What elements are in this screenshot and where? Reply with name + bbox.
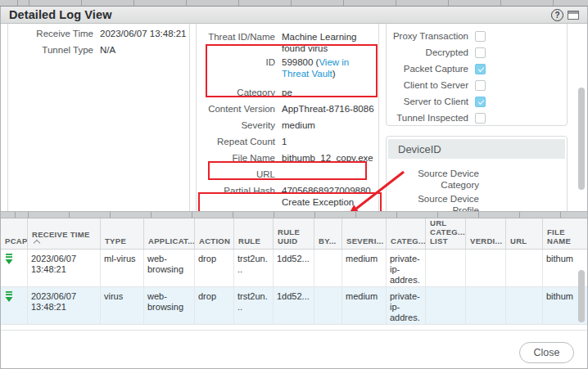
field-value: 47056868927009880... Create Exception bbox=[275, 182, 380, 208]
flag-row: Proxy Transaction bbox=[387, 28, 567, 44]
field-value: bithumb_12_copy.exe bbox=[275, 150, 378, 164]
field-value: N/A bbox=[93, 42, 189, 56]
field-row: Tunnel Type N/A bbox=[8, 42, 189, 58]
cell-url-category-list bbox=[426, 250, 466, 286]
field-row: Receive Time 2023/06/07 13:48:21 bbox=[8, 25, 189, 42]
col-header-file-name[interactable]: FILE NAME bbox=[543, 218, 588, 249]
field-label: Receive Time bbox=[8, 25, 93, 39]
dialog-footer: Close bbox=[1, 330, 587, 368]
cell-severity: medium bbox=[342, 250, 387, 286]
pcap-download-icon[interactable] bbox=[4, 291, 14, 303]
deviceid-panel: DeviceID Source Device Category Source D… bbox=[386, 136, 568, 211]
detailed-log-view-dialog: Detailed Log View ? Receive Time 2023/06… bbox=[0, 0, 588, 369]
field-row-id: ID 599800 (View in Threat Vault) bbox=[197, 54, 378, 79]
col-header-pcap[interactable]: PCAP bbox=[1, 218, 28, 249]
general-panel: Receive Time 2023/06/07 13:48:21 Tunnel … bbox=[7, 24, 190, 211]
horizontal-scrollbar[interactable] bbox=[1, 211, 587, 218]
cell-rule: trst2un... bbox=[234, 250, 274, 286]
field-value: 1 bbox=[275, 133, 378, 147]
cell-action: drop bbox=[195, 250, 234, 286]
col-header-severity[interactable]: SEVERI... bbox=[342, 218, 387, 249]
checkbox-label: Packet Capture bbox=[404, 64, 468, 74]
field-label: File Name bbox=[197, 150, 275, 164]
dialog: Detailed Log View ? Receive Time 2023/06… bbox=[0, 7, 588, 369]
field-row-severity: Severity medium bbox=[197, 117, 378, 133]
window-icon[interactable] bbox=[568, 11, 579, 20]
threat-details-panel: Threat ID/Name Machine Learning found vi… bbox=[196, 24, 379, 211]
table-header-row: PCAP RECEIVE TIME TYPE APPLICAT... ACTIO… bbox=[1, 218, 587, 250]
col-header-action[interactable]: ACTION bbox=[195, 218, 234, 249]
flags-panel: Proxy Transaction Decrypted Packet Captu… bbox=[386, 24, 568, 126]
table-scrollbar-thumb[interactable] bbox=[578, 270, 585, 322]
field-label: Threat ID/Name bbox=[197, 29, 275, 43]
flag-row: Client to Server bbox=[387, 77, 567, 93]
cell-category: private-ip-addres... bbox=[387, 287, 426, 324]
field-label: Category bbox=[197, 84, 275, 98]
detail-scrollbar-thumb[interactable] bbox=[578, 88, 585, 190]
field-row-repeat-count: Repeat Count 1 bbox=[197, 133, 378, 150]
field-value: medium bbox=[275, 117, 378, 131]
col-header-bytes[interactable]: BY... bbox=[314, 218, 342, 249]
titlebar-icons: ? bbox=[551, 9, 579, 21]
field-row: Source Device Profile bbox=[387, 191, 567, 211]
cell-url bbox=[506, 287, 543, 324]
cell-bytes bbox=[314, 250, 342, 286]
field-label: Repeat Count bbox=[197, 133, 275, 147]
decrypted-checkbox[interactable] bbox=[475, 47, 486, 58]
pcap-download-icon[interactable] bbox=[4, 254, 14, 265]
col-header-category[interactable]: CATEG... bbox=[387, 218, 426, 249]
col-header-type[interactable]: TYPE bbox=[101, 218, 144, 249]
flag-row: Tunnel Inspected bbox=[387, 110, 567, 126]
cell-verdict bbox=[466, 250, 506, 286]
flag-row: Packet Capture bbox=[387, 61, 567, 77]
help-icon[interactable]: ? bbox=[551, 9, 563, 21]
id-value-prefix: 599800 ( bbox=[282, 57, 319, 67]
field-label: URL bbox=[197, 166, 275, 180]
field-value: 2023/06/07 13:48:21 bbox=[93, 25, 189, 39]
table-row[interactable]: 2023/06/07 13:48:21 virus web-browsing d… bbox=[1, 287, 587, 325]
flag-row: Decrypted bbox=[387, 44, 567, 61]
checkbox-label: Decrypted bbox=[426, 47, 468, 57]
cell-severity: medium bbox=[342, 287, 387, 324]
client-to-server-checkbox[interactable] bbox=[475, 80, 486, 91]
field-label: ID bbox=[197, 54, 275, 68]
checkbox-label: Client to Server bbox=[404, 80, 468, 90]
field-label: Tunnel Type bbox=[8, 42, 93, 56]
flag-row: Server to Client bbox=[387, 93, 567, 110]
field-label: Partial Hash bbox=[197, 182, 275, 196]
create-exception-text[interactable]: Create Exception bbox=[282, 196, 378, 208]
cell-receive-time: 2023/06/07 13:48:21 bbox=[28, 250, 101, 286]
col-header-verdict[interactable]: VERDI... bbox=[466, 218, 506, 249]
cell-bytes bbox=[314, 287, 342, 324]
dialog-title: Detailed Log View bbox=[9, 8, 112, 21]
proxy-transaction-checkbox[interactable] bbox=[475, 31, 486, 42]
cell-url bbox=[506, 250, 543, 286]
col-header-rule-uuid[interactable]: RULE UUID bbox=[274, 218, 314, 249]
field-row-partial-hash: Partial Hash 47056868927009880... Create… bbox=[197, 182, 378, 208]
col-header-rule[interactable]: RULE bbox=[234, 218, 274, 249]
deviceid-section-header: DeviceID bbox=[388, 139, 565, 159]
col-header-url-category-list[interactable]: URL CATEG... LIST bbox=[426, 218, 466, 249]
close-button[interactable]: Close bbox=[519, 342, 574, 363]
field-row-content-version: Content Version AppThreat-8716-8086 bbox=[197, 101, 378, 117]
field-label: Source Device Category bbox=[405, 165, 479, 191]
col-header-url[interactable]: URL bbox=[506, 218, 543, 249]
field-label: Content Version bbox=[197, 101, 275, 115]
checkbox-label: Tunnel Inspected bbox=[396, 113, 468, 123]
partial-hash-value: 47056868927009880... bbox=[282, 185, 378, 196]
col-header-application[interactable]: APPLICAT... bbox=[144, 218, 195, 249]
sort-asc-icon bbox=[34, 240, 40, 246]
field-row-file-name: File Name bithumb_12_copy.exe bbox=[197, 150, 378, 166]
packet-capture-checkbox[interactable] bbox=[475, 64, 486, 74]
col-header-receive-time[interactable]: RECEIVE TIME bbox=[28, 218, 101, 249]
pcap-cell bbox=[1, 250, 28, 286]
tunnel-inspected-checkbox[interactable] bbox=[475, 113, 486, 124]
cell-verdict bbox=[466, 287, 506, 324]
field-value: 599800 (View in Threat Vault) bbox=[275, 54, 378, 79]
field-label: Source Device Profile bbox=[405, 191, 479, 211]
cell-receive-time: 2023/06/07 13:48:21 bbox=[28, 287, 101, 324]
cell-rule-uuid: 1dd52... bbox=[274, 250, 314, 286]
server-to-client-checkbox[interactable] bbox=[475, 97, 486, 107]
checkbox-label: Proxy Transaction bbox=[393, 31, 468, 41]
table-row[interactable]: 2023/06/07 13:48:21 ml-virus web-browsin… bbox=[1, 250, 587, 287]
